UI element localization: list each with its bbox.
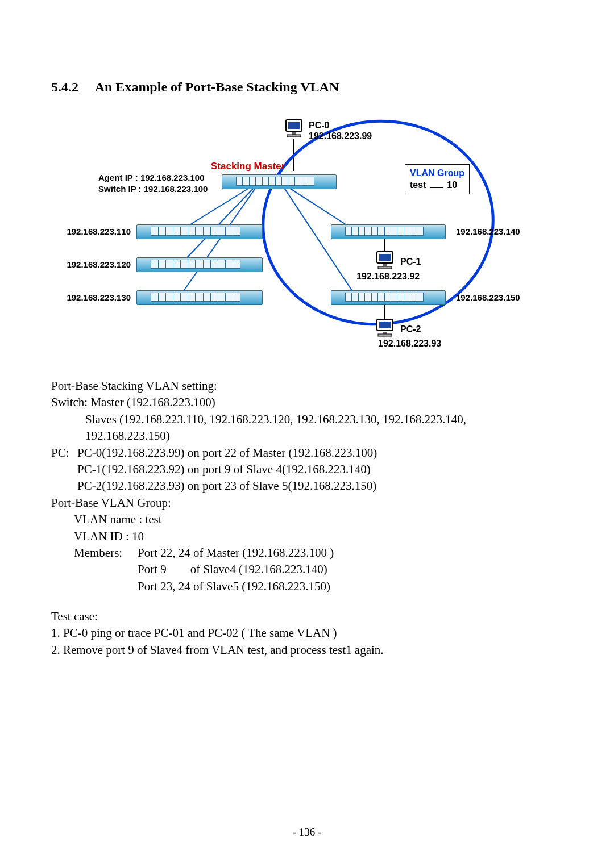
- pc2-name: PC-2: [400, 324, 421, 335]
- vlan-box-id: 10: [447, 180, 457, 190]
- pc1-name: PC-1: [400, 256, 421, 267]
- slaves-line2: 192.168.223.150): [85, 428, 563, 444]
- agent-ip: Agent IP : 192.168.223.100: [98, 172, 208, 183]
- pc-icon-2: [375, 318, 395, 339]
- svg-rect-19: [378, 334, 392, 336]
- pc0-line: PC-0(192.168.223.99) on port 22 of Maste…: [77, 445, 377, 461]
- settings-text-block: Port-Base Stacking VLAN setting: Switch:…: [51, 378, 563, 658]
- slave5-ip: 192.168.223.150: [456, 293, 520, 302]
- svg-rect-11: [287, 135, 301, 137]
- test-case-item2: 2. Remove port 9 of Slave4 from VLAN tes…: [51, 642, 563, 658]
- svg-rect-15: [378, 266, 392, 269]
- slave3-ip: 192.168.223.130: [40, 293, 131, 302]
- switch-slave2: [136, 257, 263, 272]
- members-line2: Port 9 of Slave4 (192.168.223.140): [138, 561, 327, 578]
- vlan-group-title: Port-Base VLAN Group:: [51, 495, 563, 511]
- svg-rect-13: [379, 254, 391, 261]
- agent-switch-ip-label: Agent IP : 192.168.223.100 Switch IP : 1…: [98, 172, 208, 194]
- switch-slave3: [136, 290, 263, 305]
- pc2-ip: 192.168.223.93: [378, 338, 441, 349]
- vlan-box-name: test: [410, 180, 426, 190]
- heading-title: An Example of Port-Base Stacking VLAN: [95, 80, 339, 94]
- pc0-ip: 192.168.223.99: [309, 131, 372, 141]
- test-case-title: Test case:: [51, 608, 563, 625]
- page-number: - 136 -: [0, 826, 614, 838]
- pc0-name: PC-0: [309, 120, 372, 131]
- switch-ip: Switch IP : 192.168.223.100: [98, 183, 208, 195]
- switch-master: [222, 174, 337, 189]
- pc-icon-1: [375, 251, 395, 271]
- switch-slave5: [331, 290, 446, 305]
- slave2-ip: 192.168.223.120: [40, 260, 131, 269]
- vlan-id-line: VLAN ID : 10: [74, 528, 563, 545]
- vlan-box-title: VLAN Group: [410, 168, 464, 180]
- slaves-line1: Slaves (192.168.223.110, 192.168.223.120…: [85, 411, 563, 428]
- section-heading: 5.4.2 An Example of Port-Base Stacking V…: [51, 80, 563, 95]
- pc2-line: PC-2(192.168.223.93) on port 23 of Slave…: [77, 478, 376, 494]
- setting-title: Port-Base Stacking VLAN setting:: [51, 378, 563, 394]
- pc1-line: PC-1(192.168.223.92) on port 9 of Slave …: [77, 461, 371, 478]
- members-line3: Port 23, 24 of Slave5 (192.168.223.150): [138, 578, 330, 595]
- vlan-name-line: VLAN name : test: [74, 511, 563, 528]
- pc1-label: PC-1: [400, 256, 421, 267]
- members-label: Members:: [74, 545, 138, 561]
- switch-master-line: Switch: Master (192.168.223.100): [51, 394, 563, 411]
- svg-rect-17: [379, 322, 391, 328]
- svg-rect-14: [383, 264, 387, 266]
- svg-rect-10: [292, 132, 296, 135]
- svg-rect-9: [288, 122, 300, 129]
- slave1-ip: 192.168.223.110: [40, 227, 131, 236]
- network-diagram: PC-0 192.168.223.99 Stacking Master Agen…: [63, 111, 551, 355]
- pc0-label: PC-0 192.168.223.99: [309, 120, 372, 141]
- test-case-item1: 1. PC-0 ping or trace PC-01 and PC-02 ( …: [51, 625, 563, 641]
- stacking-master-label: Stacking Master: [211, 161, 285, 172]
- pc1-ip: 192.168.223.92: [356, 271, 420, 282]
- switch-slave1: [136, 224, 263, 239]
- svg-line-2: [179, 189, 255, 298]
- pc-prefix: PC:: [51, 445, 77, 461]
- heading-number: 5.4.2: [51, 80, 78, 95]
- members-line1: Port 22, 24 of Master (192.168.223.100 ): [138, 545, 334, 561]
- pc2-label: PC-2: [400, 324, 421, 335]
- svg-rect-18: [383, 332, 387, 334]
- switch-slave4: [331, 224, 446, 239]
- slave4-ip: 192.168.223.140: [456, 227, 520, 236]
- vlan-group-box: VLAN Group test 10: [405, 164, 470, 194]
- pc-icon-0: [284, 119, 304, 139]
